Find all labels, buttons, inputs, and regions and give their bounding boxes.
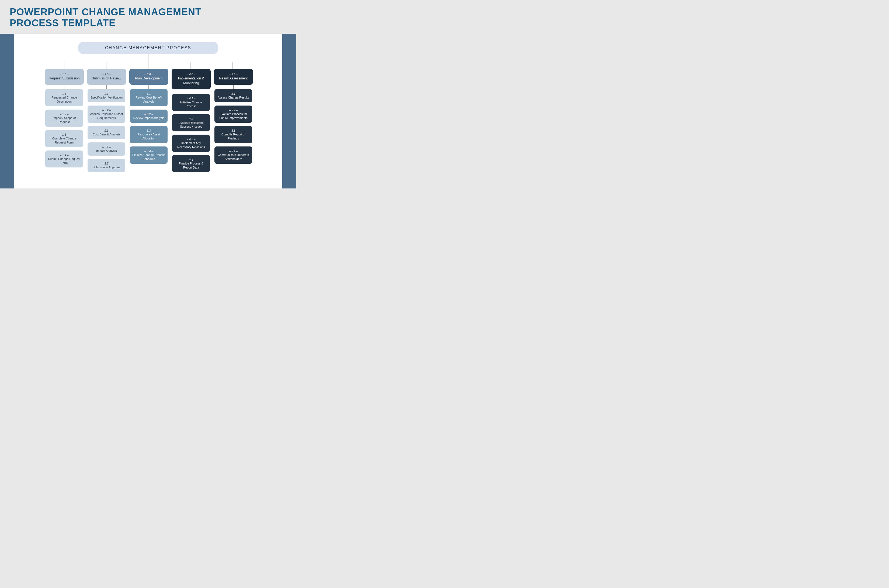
child-5-2: – 5.2 – Evaluate Process for Future Impr… — [214, 105, 252, 123]
child-1-2: – 1.2 – Impact / Scope of Request — [45, 110, 83, 127]
col2-vert-line — [106, 85, 107, 89]
main-content: CHANGE MANAGEMENT PROCESS — [0, 34, 296, 189]
cat-number-4: – 4.0 – — [174, 72, 208, 76]
col3-drop — [148, 62, 149, 69]
col1-drop — [64, 62, 65, 69]
cat-title-1: Request Submission — [47, 76, 81, 81]
child-1-3: – 1.3 – Complete Change Request Form — [45, 130, 83, 147]
child-4-4: – 4.4 – Finalize Process & Report Data — [172, 155, 210, 172]
child-2-4: – 2.4 – Impact Analysis — [87, 142, 125, 156]
child-3-4: – 3.4 – Finalize Change Process Schedule — [130, 147, 168, 164]
horizontal-bar — [43, 62, 253, 62]
column-5: – 5.0 – Result Assessment – 5.1 – Assess… — [212, 69, 254, 164]
cat-number-5: – 5.0 – — [217, 72, 250, 76]
col4-vert-line — [191, 89, 191, 94]
child-3-3: – 3.3 – Resource / Asset Allocation — [130, 126, 168, 143]
column-3: – 3.0 – Plan Development – 3.1 – Review … — [128, 69, 170, 164]
right-decorative-bar — [282, 34, 296, 189]
child-5-3: – 5.3 – Compile Report of Findings — [214, 126, 252, 143]
cat-header-1: – 1.0 – Request Submission — [45, 69, 84, 85]
page-title-area: POWERPOINT CHANGE MANAGEMENT PROCESS TEM… — [0, 0, 296, 34]
left-decorative-bar — [0, 34, 14, 189]
child-1-4: – 1.4 – Submit Change Request Form — [45, 150, 83, 168]
col3-vert-line — [149, 85, 149, 89]
cat-number-2: – 2.0 – — [90, 72, 123, 76]
root-node: CHANGE MANAGEMENT PROCESS — [78, 42, 218, 54]
cat-title-5: Result Assessment — [217, 76, 250, 81]
columns-area: – 1.0 – Request Submission – 1.1 – Reque… — [43, 69, 253, 172]
cat-number-3: – 3.0 – — [132, 72, 165, 76]
diagram-area: CHANGE MANAGEMENT PROCESS — [5, 42, 291, 180]
child-5-1: – 5.1 – Assess Change Results — [214, 89, 252, 102]
col5-vert-line — [233, 85, 233, 89]
child-1-1: – 1.1 – Requested Change Description — [45, 89, 83, 106]
child-2-1: – 2.1 – Specification Verification — [87, 89, 125, 102]
cat-header-2: – 2.0 – Submission Review — [87, 69, 126, 85]
column-2: – 2.0 – Submission Review – 2.1 – Specif… — [86, 69, 128, 172]
cat-header-3: – 3.0 – Plan Development — [129, 69, 168, 85]
child-5-4: – 5.4 – Communicate Report to Stakeholde… — [214, 147, 252, 164]
column-drop-lines — [43, 62, 253, 69]
column-4: – 4.0 – Implementation & Monitoring – 4.… — [170, 69, 212, 172]
child-4-2: – 4.2 – Evaluate Milestone Success / Iss… — [172, 114, 210, 131]
root-line-down — [148, 54, 149, 62]
cat-title-2: Submission Review — [90, 76, 123, 81]
child-3-2: – 3.2 – Review Impact Analysis — [130, 110, 168, 123]
cat-number-1: – 1.0 – — [47, 72, 81, 76]
child-2-5: – 2.5 – Submission Approval — [87, 159, 125, 172]
child-2-3: – 2.3 – Cost Benefit Analysis — [87, 126, 125, 139]
col4-drop — [190, 62, 191, 69]
col2-drop — [106, 62, 107, 69]
child-3-1: – 3.1 – Review Cost Benefit Analysis — [130, 89, 168, 106]
col1-vert-line — [64, 85, 65, 89]
child-2-2: – 2.2 – Assess Resource / Asset Requirem… — [87, 105, 125, 123]
cat-title-3: Plan Development — [132, 76, 165, 81]
page-title: POWERPOINT CHANGE MANAGEMENT PROCESS TEM… — [10, 6, 287, 29]
cat-header-5: – 5.0 – Result Assessment — [214, 69, 253, 85]
column-1: – 1.0 – Request Submission – 1.1 – Reque… — [43, 69, 86, 168]
cat-header-4: – 4.0 – Implementation & Monitoring — [171, 69, 211, 90]
child-4-3: – 4.3 – Implement Any Necessary Revision… — [172, 135, 210, 152]
child-4-1: – 4.1 – Initialize Change Process — [172, 94, 210, 111]
cat-title-4: Implementation & Monitoring — [174, 76, 208, 86]
col5-drop — [232, 62, 233, 69]
